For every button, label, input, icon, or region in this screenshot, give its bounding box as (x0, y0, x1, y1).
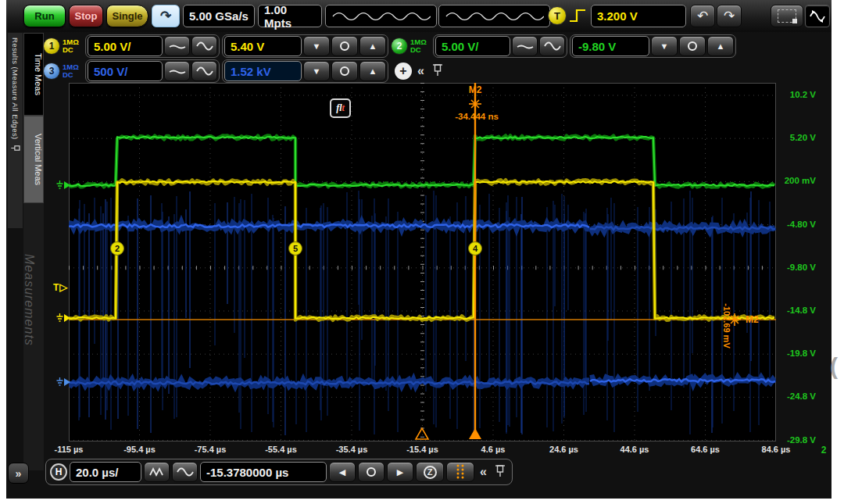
svg-text:M2: M2 (746, 314, 759, 325)
waveform-preview-right[interactable] (438, 5, 550, 27)
results-strip[interactable]: Results (Measure All Edges) (8, 33, 23, 228)
waveform-display-area[interactable]: M2-34.444 ns-102.69 mVM2254 flt (69, 83, 776, 441)
channel3-scale-box[interactable]: 500 V/ (88, 61, 163, 81)
x-axis-label: -35.4 µs (327, 445, 377, 454)
tab-time-meas[interactable]: Time Meas (23, 33, 44, 116)
flt-badge-text: t (342, 102, 345, 114)
zero-circle-icon (340, 66, 349, 76)
channel3-ground-marker[interactable] (56, 377, 70, 386)
touch-gesture-button[interactable]: ↷ (152, 5, 180, 27)
svg-text:4: 4 (473, 244, 478, 253)
trigger-level-marker[interactable]: T▷ (53, 281, 67, 293)
add-channel-button[interactable]: + (395, 63, 412, 80)
results-label: Results (Measure All Edges) (11, 38, 20, 140)
flt-badge-text: fl (336, 102, 342, 114)
x-axis-label: 4.6 µs (468, 445, 518, 454)
x-axis-label: 64.6 µs (681, 445, 731, 454)
channel1-scale-coarse-button[interactable] (164, 36, 190, 56)
channel3-offset-down-button[interactable]: ▼ (303, 61, 330, 81)
dashed-region-icon (778, 9, 796, 23)
delay-left-button[interactable]: ◀ (329, 462, 356, 482)
zone-select-button[interactable] (771, 5, 803, 27)
channel2-button[interactable]: 2 (391, 38, 408, 55)
axis-channel-reference: 2 (816, 445, 831, 456)
delay-right-button[interactable]: ▶ (387, 462, 413, 482)
channel2-scale-coarse-button[interactable] (512, 36, 538, 56)
marker-arrow-icon (64, 314, 70, 322)
channel2-scale-fine-button[interactable] (539, 36, 565, 56)
y-axis-label: -9.80 V (775, 263, 816, 272)
channel3-offset-zero-button[interactable] (331, 61, 358, 81)
channel2-offset-down-button[interactable]: ▼ (651, 36, 678, 56)
channel3-coupling[interactable]: 1MΩ DC (63, 63, 83, 79)
timebase-box[interactable]: 20.0 µs/ (70, 462, 141, 482)
single-button[interactable]: Single (106, 5, 148, 27)
horizontal-menu-button[interactable]: H (50, 463, 67, 481)
collapse-icon[interactable]: « (414, 64, 427, 78)
flt-badge: flt (330, 98, 351, 118)
trigger-menu-button[interactable]: T (548, 6, 567, 25)
collapse-icon[interactable]: « (477, 465, 490, 479)
channel1-coupling[interactable]: 1MΩ DC (63, 38, 83, 54)
channel1-scale-box[interactable]: 5.00 V/ (88, 36, 163, 56)
zero-circle-icon (340, 41, 349, 51)
channel2-scale-box[interactable]: 5.00 V/ (435, 36, 510, 56)
ground-icon (56, 377, 63, 386)
svg-text:5: 5 (293, 244, 298, 253)
pin-icon[interactable] (430, 63, 445, 80)
channel3-offset-group: 1.52 kV ▼ ▲ (222, 59, 388, 83)
channel1-ground-marker[interactable] (56, 313, 70, 322)
channel2-coupling[interactable]: 1MΩ DC (410, 38, 431, 54)
channel-row-2: 3 1MΩ DC 500 V/ 1.52 kV ▼ ▲ + « (43, 59, 445, 84)
channel1-button[interactable]: 1 (43, 38, 60, 55)
side-panel-handle[interactable]: ( (830, 353, 838, 380)
channel3-offset-box[interactable]: 1.52 kV (224, 61, 302, 81)
channel1-offset-up-button[interactable]: ▲ (359, 36, 386, 56)
timebase-zoom-out-button[interactable] (172, 462, 198, 482)
pin-icon[interactable] (492, 464, 508, 481)
y-axis-label: 200 mV (775, 176, 816, 185)
tab-vertical-meas[interactable]: Vertical Meas (23, 116, 44, 203)
undo-button[interactable]: ↶ (690, 5, 715, 27)
timebase-zoom-in-button[interactable] (144, 462, 170, 482)
sample-rate-box[interactable]: 5.00 GSa/s (183, 5, 255, 27)
channel2-offset-box[interactable]: -9.80 V (572, 36, 649, 56)
channel1-offset-zero-button[interactable] (331, 36, 358, 56)
channel3-scale-coarse-button[interactable] (164, 61, 190, 81)
channel1-scale-fine-button[interactable] (191, 36, 217, 56)
trigger-slope-icon[interactable] (568, 6, 588, 29)
channel3-button[interactable]: 3 (43, 63, 60, 80)
zoom-mode-button[interactable]: Z (416, 462, 444, 482)
trigger-t-label: T (53, 282, 59, 293)
memory-depth-box[interactable]: 1.00 Mpts (258, 5, 322, 27)
delay-box[interactable]: -15.3780000 µs (200, 462, 327, 482)
channel2-offset-up-button[interactable]: ▲ (707, 36, 734, 56)
waveform-preview-left[interactable] (325, 5, 437, 27)
run-button[interactable]: Run (23, 5, 66, 27)
channel1-offset-box[interactable]: 5.40 V (224, 36, 302, 56)
x-axis-label: -55.4 µs (256, 445, 306, 454)
y-axis-label: -29.8 V (775, 435, 816, 445)
redo-button[interactable]: ↷ (717, 5, 742, 27)
expand-panel-button[interactable]: » (8, 463, 29, 484)
down-arrow-icon: ▼ (313, 41, 321, 51)
channel2-offset-zero-button[interactable] (679, 36, 706, 56)
delay-zero-button[interactable] (358, 462, 384, 482)
x-axis-label: -15.4 µs (398, 445, 448, 454)
trigger-level-box[interactable]: 3.200 V (591, 5, 686, 27)
curved-arrow-icon: ↷ (160, 8, 171, 24)
autoscale-button[interactable] (805, 5, 830, 27)
channel3-scale-fine-button[interactable] (191, 61, 217, 81)
x-axis-label: -95.4 µs (115, 445, 165, 454)
channel1-offset-down-button[interactable]: ▼ (303, 36, 330, 56)
zero-circle-icon (367, 467, 376, 477)
stop-button[interactable]: Stop (69, 5, 103, 27)
zoom-z-icon: Z (424, 466, 437, 479)
dotted-columns-icon (452, 463, 469, 481)
channel1-scale-group: 5.00 V/ (85, 34, 220, 58)
search-events-button[interactable] (446, 462, 474, 482)
channel3-offset-up-button[interactable]: ▲ (359, 61, 386, 81)
channel2-ground-marker[interactable] (56, 181, 70, 189)
voltage-axis: 10.2 V5.20 V200 mV-4.80 V-9.80 V-14.8 V-… (778, 83, 819, 441)
ground-icon (56, 181, 63, 189)
